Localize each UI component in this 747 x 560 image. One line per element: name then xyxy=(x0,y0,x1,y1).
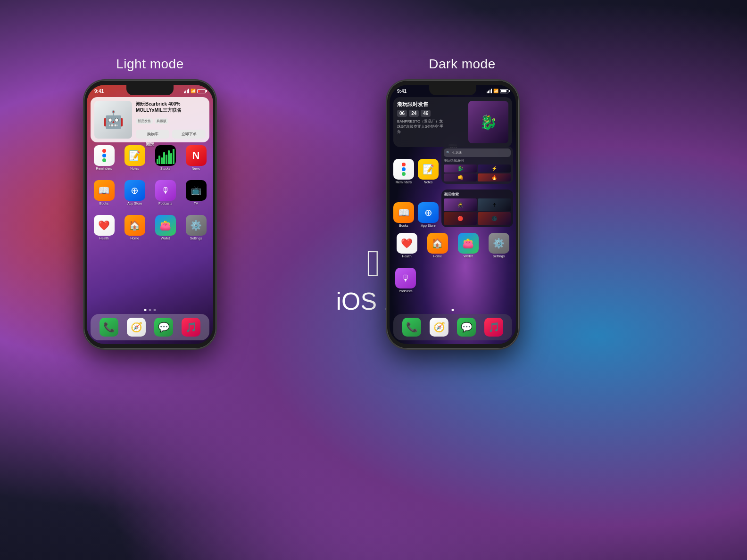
app-health-light[interactable]: ❤️ Health xyxy=(90,215,118,240)
app-books-light[interactable]: 📖 Books xyxy=(90,180,118,205)
battery-light xyxy=(197,89,206,93)
settings-glyph-dark: ⚙️ xyxy=(493,238,505,249)
search-label-dark: 潮玩热线系列 xyxy=(444,158,511,163)
wallet-glyph-dark: 👛 xyxy=(462,238,474,249)
health-glyph-dark: ❤️ xyxy=(401,238,413,249)
app-appstore-light[interactable]: ⊕ App Store xyxy=(120,180,149,205)
search-img-1: 🐉 xyxy=(444,165,477,173)
page-dots-dark xyxy=(452,309,454,311)
dock-safari-dark[interactable]: 🧭 xyxy=(430,318,448,337)
app-wallet-dark[interactable]: 👛 Wallet xyxy=(454,233,482,258)
dock-messages-light[interactable]: 💬 xyxy=(154,318,173,337)
reminders-icon-dark xyxy=(393,159,414,180)
health-icon-light: ❤️ xyxy=(94,215,115,236)
app-settings-light[interactable]: ⚙️ Settings xyxy=(182,215,210,240)
notes-label-dark: Notes xyxy=(424,181,432,184)
app-notes-light[interactable]: 📝 Notes xyxy=(120,145,149,170)
reminders-icon xyxy=(94,145,115,166)
widget-tag1: 新品发售 xyxy=(136,118,153,124)
app-grid-light-row3: ❤️ Health 🏠 Home 👛 Wallet ⚙ xyxy=(87,215,213,240)
stocks-label: Stocks xyxy=(160,167,170,170)
app-health-dark[interactable]: ❤️ Health xyxy=(392,233,421,258)
dock-music-dark[interactable]: 🎵 xyxy=(484,318,503,337)
notes-glyph: 📝 xyxy=(129,150,141,161)
settings-label-light: Settings xyxy=(190,237,202,240)
widget-tag2: 典藏版 xyxy=(155,118,168,124)
search-img-2: ⚡ xyxy=(478,165,511,173)
dock-messages-dark[interactable]: 💬 xyxy=(457,318,476,337)
app-reminders-dark[interactable]: Reminders xyxy=(392,159,415,184)
app-home-light[interactable]: 🏠 Home xyxy=(120,215,149,240)
books-icon-dark: 📖 xyxy=(393,202,414,223)
notes-icon-dark: 📝 xyxy=(418,159,439,180)
phone-light: 9:41 📶 🤖 潮玩Bearbrick 400%MOLLYxM xyxy=(84,80,216,349)
status-time-dark: 9:41 xyxy=(397,89,407,94)
health-glyph: ❤️ xyxy=(98,220,110,231)
news-icon: N xyxy=(186,145,207,166)
app-books-dark[interactable]: 📖 Books xyxy=(392,202,415,227)
dragonball-figure-icon: 🐉 xyxy=(480,114,497,131)
title-light: Light mode xyxy=(116,57,184,72)
search-widget-dark[interactable]: 🔍 七龙珠 潮玩热线系列 🐉 ⚡ 👊 🔥 xyxy=(441,146,513,184)
widget-btn-cart[interactable]: 购物车 xyxy=(136,130,169,139)
wallet-label-dark: Wallet xyxy=(464,255,473,258)
widget-image-dark: 🐉 xyxy=(468,101,508,143)
news-label: News xyxy=(192,167,200,170)
app-podcasts-light[interactable]: 🎙 Podcasts xyxy=(151,180,180,205)
health-label-light: Health xyxy=(99,237,108,240)
books-glyph-dark: 📖 xyxy=(398,207,410,218)
app-tv-light[interactable]: 📺 TV xyxy=(182,180,210,205)
podcasts-icon-dark: 🎙 xyxy=(395,268,416,288)
settings-glyph: ⚙️ xyxy=(190,220,202,231)
widget-buttons-light[interactable]: 购物车 立即下单 xyxy=(136,130,206,139)
widget-btn-buy[interactable]: 立即下单 xyxy=(172,130,206,139)
kaws-figure-icon: 🤖 xyxy=(103,110,124,130)
page-dot-dark-1 xyxy=(452,309,454,311)
app-wallet-light[interactable]: 👛 Wallet xyxy=(151,215,180,240)
app-appstore-dark[interactable]: ⊕ App Store xyxy=(417,202,440,227)
search2-img-2: 🗡 xyxy=(478,198,511,211)
countdown-s: 46 xyxy=(421,110,431,117)
stocks-chart xyxy=(155,145,176,166)
podcasts-icon: 🎙 xyxy=(155,180,176,201)
wifi-icon-light: 📶 xyxy=(191,89,196,93)
notes-glyph-dark: 📝 xyxy=(423,164,434,175)
app-reminders-light[interactable]: Reminders xyxy=(90,145,118,170)
app-settings-dark[interactable]: ⚙️ Settings xyxy=(484,233,513,258)
podcasts-glyph: 🎙 xyxy=(161,186,170,196)
app-home-dark[interactable]: 🏠 Home xyxy=(423,233,452,258)
appstore-glyph-dark: ⊕ xyxy=(424,207,432,218)
countdown-boxes: 06 24 46 xyxy=(397,110,465,117)
wifi-icon-dark: 📶 xyxy=(493,89,498,93)
dock-phone-light[interactable]: 📞 xyxy=(100,318,118,337)
widget-card-light[interactable]: 🤖 潮玩Bearbrick 400%MOLLYxMIL三方联名 新品发售 典藏版… xyxy=(91,97,209,142)
app-grid-dark-row3: ❤️ Health 🏠 Home 👛 Wallet ⚙️ Se xyxy=(390,233,516,258)
wallet-label-light: Wallet xyxy=(161,237,170,240)
app-news-light[interactable]: N News xyxy=(182,145,210,170)
home-label-light: Home xyxy=(130,237,139,240)
settings-icon-light: ⚙️ xyxy=(186,215,207,236)
dock-safari-light[interactable]: 🧭 xyxy=(127,318,146,337)
status-icons-dark: 📶 xyxy=(487,89,508,93)
apple-logo-icon:  xyxy=(366,245,380,282)
appstore-glyph: ⊕ xyxy=(131,185,139,196)
countdown-h: 06 xyxy=(397,110,407,117)
app-stocks-light[interactable]: Stocks xyxy=(151,145,180,170)
app-podcasts-dark[interactable]: 🎙 Podcasts xyxy=(395,268,416,293)
search-widget-2-dark[interactable]: 潮玩搜索 🥷 🗡 🔴 🌑 xyxy=(441,189,513,227)
app-notes-dark[interactable]: 📝 Notes xyxy=(417,159,440,184)
dock-music-light[interactable]: 🎵 xyxy=(182,318,200,337)
home-icon-light: 🏠 xyxy=(124,215,145,236)
search-bar-dark[interactable]: 🔍 七龙珠 xyxy=(444,148,511,157)
wallet-glyph: 👛 xyxy=(159,220,171,231)
home-glyph-dark: 🏠 xyxy=(432,238,443,249)
books-label-dark: Books xyxy=(399,224,408,227)
dock-phone-dark[interactable]: 📞 xyxy=(402,318,421,337)
search2-img-3: 🔴 xyxy=(444,212,477,225)
podcasts-label-dark: Podcasts xyxy=(399,289,413,293)
reminders-label: Reminders xyxy=(96,167,112,170)
tv-label: TV xyxy=(194,202,198,205)
widget-card-dark[interactable]: 潮玩限时发售 06 24 46 BANPRESTO（景品厂）龙珠GT超级赛亚人3… xyxy=(393,97,512,147)
widget-dark-title: 潮玩限时发售 xyxy=(397,101,465,108)
search-icon: 🔍 xyxy=(446,151,450,155)
